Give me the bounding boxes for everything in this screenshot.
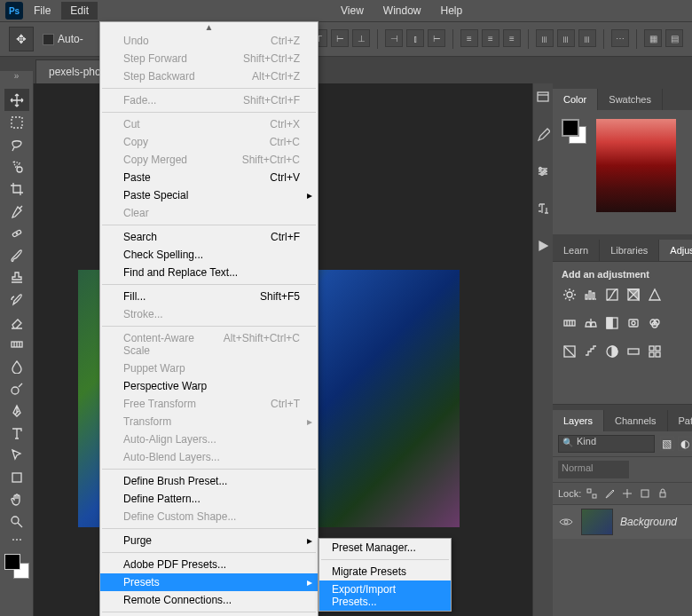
foreground-background-colors[interactable] bbox=[4, 554, 29, 579]
align-bottom-icon[interactable]: ⊥ bbox=[352, 29, 370, 47]
menu-perspective-warp[interactable]: Perspective Warp bbox=[100, 377, 318, 395]
menu-scroll-up-icon[interactable]: ▲ bbox=[100, 22, 318, 32]
menu-paste[interactable]: PasteCtrl+V bbox=[100, 169, 318, 186]
brush-tool[interactable] bbox=[4, 244, 29, 266]
distribute-left-icon[interactable]: ⫼ bbox=[536, 29, 554, 47]
lock-all-icon[interactable] bbox=[656, 486, 670, 501]
eyedropper-tool[interactable] bbox=[4, 200, 29, 222]
photo-filter-icon[interactable] bbox=[625, 315, 641, 331]
menu-copy-merged[interactable]: Copy MergedShift+Ctrl+C bbox=[100, 151, 318, 169]
lock-pixels-icon[interactable] bbox=[602, 486, 617, 501]
lock-artboard-icon[interactable] bbox=[638, 486, 652, 501]
channels-tab[interactable]: Channels bbox=[604, 410, 667, 431]
align-left-icon[interactable]: ⊣ bbox=[385, 29, 403, 47]
blur-tool[interactable] bbox=[4, 355, 29, 377]
menu-remote-connections[interactable]: Remote Connections... bbox=[100, 591, 318, 609]
menu-puppet-warp[interactable]: Puppet Warp bbox=[100, 359, 318, 377]
lock-transparency-icon[interactable] bbox=[585, 486, 599, 501]
distribute-bottom-icon[interactable]: ≡ bbox=[503, 29, 521, 47]
panel-fg-color[interactable] bbox=[562, 119, 579, 137]
levels-icon[interactable] bbox=[583, 287, 599, 303]
marquee-tool[interactable] bbox=[4, 111, 29, 133]
expand-toolbox-icon[interactable]: » bbox=[0, 71, 33, 83]
threshold-icon[interactable] bbox=[604, 344, 620, 359]
path-select-tool[interactable] bbox=[4, 444, 29, 466]
menu-step-backward[interactable]: Step BackwardAlt+Ctrl+Z bbox=[100, 67, 318, 85]
color-panel-swatches[interactable] bbox=[562, 119, 586, 144]
stamp-tool[interactable] bbox=[4, 266, 29, 288]
layer-filter-kind[interactable]: Kind bbox=[558, 435, 655, 453]
gradient-tool[interactable] bbox=[4, 333, 29, 355]
quick-select-tool[interactable] bbox=[4, 155, 29, 178]
color-tab[interactable]: Color bbox=[553, 89, 598, 110]
healing-tool[interactable] bbox=[4, 222, 29, 244]
submenu-preset-manager[interactable]: Preset Manager... bbox=[319, 539, 451, 557]
menu-window[interactable]: Window bbox=[374, 2, 430, 20]
menu-help[interactable]: Help bbox=[432, 2, 472, 20]
more-align-icon[interactable]: ⋯ bbox=[611, 29, 629, 47]
menu-step-forward[interactable]: Step ForwardShift+Ctrl+Z bbox=[100, 50, 318, 67]
menu-fill[interactable]: Fill...Shift+F5 bbox=[100, 288, 318, 305]
character-panel-icon[interactable] bbox=[533, 199, 553, 218]
invert-icon[interactable] bbox=[562, 344, 578, 359]
menu-define-brush[interactable]: Define Brush Preset... bbox=[100, 472, 318, 490]
3d-mode-icon[interactable]: ▦ bbox=[644, 29, 662, 47]
menu-free-transform[interactable]: Free TransformCtrl+T bbox=[100, 395, 318, 413]
posterize-icon[interactable] bbox=[583, 344, 599, 359]
filter-adjust-icon[interactable]: ◐ bbox=[678, 437, 692, 451]
align-hcenter-icon[interactable]: ⫿ bbox=[406, 29, 424, 47]
color-balance-icon[interactable] bbox=[583, 315, 599, 331]
hue-icon[interactable] bbox=[562, 315, 578, 331]
paths-tab[interactable]: Paths bbox=[668, 410, 692, 431]
menu-auto-align[interactable]: Auto-Align Layers... bbox=[100, 430, 318, 448]
submenu-migrate-presets[interactable]: Migrate Presets bbox=[319, 563, 451, 580]
menu-transform[interactable]: Transform▸ bbox=[100, 413, 318, 430]
menu-cut[interactable]: CutCtrl+X bbox=[100, 115, 318, 133]
menu-stroke[interactable]: Stroke... bbox=[100, 305, 318, 323]
align-right-icon[interactable]: ⊢ bbox=[428, 29, 445, 47]
vibrance-icon[interactable] bbox=[647, 287, 663, 303]
move-tool[interactable] bbox=[4, 89, 29, 111]
dodge-tool[interactable] bbox=[4, 377, 29, 399]
properties-panel-icon[interactable] bbox=[533, 162, 553, 181]
menu-find-replace[interactable]: Find and Replace Text... bbox=[100, 264, 318, 281]
menu-search[interactable]: SearchCtrl+F bbox=[100, 228, 318, 246]
menu-check-spelling[interactable]: Check Spelling... bbox=[100, 246, 318, 264]
bw-icon[interactable] bbox=[604, 315, 620, 331]
learn-tab[interactable]: Learn bbox=[553, 240, 600, 261]
pen-tool[interactable] bbox=[4, 399, 29, 422]
exposure-icon[interactable] bbox=[625, 287, 641, 303]
shape-tool[interactable] bbox=[4, 466, 29, 488]
menu-view[interactable]: View bbox=[332, 2, 373, 20]
menu-file[interactable]: File bbox=[25, 2, 59, 20]
menu-fade[interactable]: Fade...Shift+Ctrl+F bbox=[100, 91, 318, 109]
history-brush-tool[interactable] bbox=[4, 288, 29, 311]
auto-select-checkbox[interactable]: Auto- bbox=[43, 33, 83, 45]
menu-undo[interactable]: UndoCtrl+Z bbox=[100, 32, 318, 50]
filter-pixel-icon[interactable]: ▧ bbox=[660, 437, 674, 451]
channel-mixer-icon[interactable] bbox=[647, 315, 663, 331]
brushes-panel-icon[interactable] bbox=[533, 124, 553, 144]
menu-adobe-pdf-presets[interactable]: Adobe PDF Presets... bbox=[100, 556, 318, 573]
menu-clear[interactable]: Clear bbox=[100, 204, 318, 222]
toggle-icon[interactable]: ▤ bbox=[665, 29, 683, 47]
blend-mode-select[interactable]: Normal bbox=[558, 461, 629, 478]
foreground-color-swatch[interactable] bbox=[4, 554, 20, 570]
distribute-vcenter-icon[interactable]: ≡ bbox=[482, 29, 499, 47]
lasso-tool[interactable] bbox=[4, 133, 29, 155]
selective-color-icon[interactable] bbox=[647, 344, 663, 359]
color-picker-field[interactable] bbox=[596, 119, 676, 212]
distribute-top-icon[interactable]: ≡ bbox=[460, 29, 478, 47]
visibility-icon[interactable] bbox=[558, 516, 574, 528]
menu-auto-blend[interactable]: Auto-Blend Layers... bbox=[100, 448, 318, 466]
layer-row-background[interactable]: Background bbox=[553, 505, 692, 539]
adjustments-tab[interactable]: Adjust bbox=[659, 240, 692, 261]
distribute-hcenter-icon[interactable]: ⫼ bbox=[557, 29, 575, 47]
menu-paste-special[interactable]: Paste Special▸ bbox=[100, 186, 318, 204]
brightness-icon[interactable] bbox=[562, 287, 578, 303]
menu-edit[interactable]: Edit bbox=[61, 2, 98, 20]
eraser-tool[interactable] bbox=[4, 311, 29, 333]
crop-tool[interactable] bbox=[4, 178, 29, 200]
menu-define-shape[interactable]: Define Custom Shape... bbox=[100, 508, 318, 525]
hand-tool[interactable] bbox=[4, 488, 29, 510]
